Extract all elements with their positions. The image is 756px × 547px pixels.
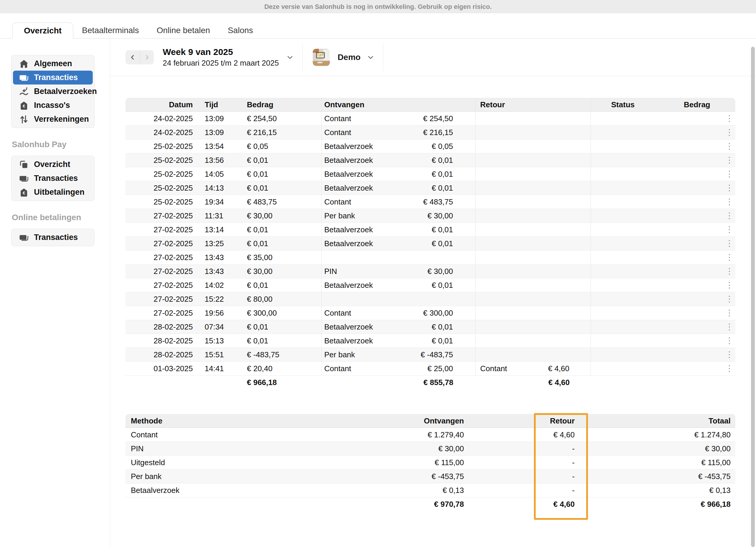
cell-datum: 27-02-2025 (126, 292, 193, 306)
cell-bedrag2 (635, 348, 710, 362)
sidebar-item-verrekeningen[interactable]: Verrekeningen (13, 112, 93, 126)
cell-methode: Contant (126, 428, 332, 442)
row-menu-button[interactable]: ⋮ (725, 323, 734, 331)
week-subtitle: 24 februari 2025 t/m 2 maart 2025 (163, 58, 279, 68)
cell-tijd: 13:14 (193, 223, 227, 236)
row-menu-button[interactable]: ⋮ (725, 114, 734, 123)
cell-status (591, 126, 635, 139)
method-row: Betaalverzoek€ 0,13-€ 0,13 (126, 484, 735, 497)
row-menu-button[interactable]: ⋮ (725, 364, 734, 373)
cell-retour (475, 195, 591, 209)
sidebar-heading-online-betalingen: Online betalingen (12, 213, 110, 222)
transaction-row: 27-02-202513:25€ 0,01Betaalverzoek€ 0,01… (126, 237, 735, 250)
cell-bedrag: € 0,01 (227, 181, 322, 195)
row-menu-button[interactable]: ⋮ (725, 309, 734, 317)
cell-ontvangen: € 1.279,40 (332, 428, 464, 442)
week-prev-button[interactable] (126, 50, 140, 64)
cell-retour (475, 112, 591, 125)
cell-status (591, 264, 635, 278)
cell-ontvangen: Betaalverzoek€ 0,01 (322, 320, 475, 334)
svg-text:€: € (23, 104, 25, 108)
row-menu-button[interactable]: ⋮ (725, 239, 734, 247)
transaction-row: 24-02-202513:09€ 254,50Contant€ 254,50⋮ (126, 112, 735, 126)
row-menu-button[interactable]: ⋮ (725, 337, 734, 345)
sidebar-item-algemeen[interactable]: Algemeen (13, 57, 93, 71)
week-title: Week 9 van 2025 (163, 47, 279, 57)
cell-bedrag2 (635, 223, 710, 236)
cell-tijd: 15:13 (193, 334, 227, 348)
tab-online-betalen[interactable]: Online betalen (148, 23, 219, 38)
sidebar-item-pay-overzicht[interactable]: Overzicht (13, 157, 93, 171)
row-menu-button[interactable]: ⋮ (725, 184, 734, 192)
week-next-button[interactable] (140, 50, 154, 64)
cell-bedrag2 (635, 292, 710, 306)
transaction-row: 25-02-202514:05€ 0,01Betaalverzoek€ 0,01… (126, 167, 735, 181)
row-menu-button[interactable]: ⋮ (725, 281, 734, 289)
cell-retour (475, 334, 591, 348)
cell-datum: 27-02-2025 (126, 279, 193, 292)
cell-status (591, 167, 635, 181)
method-row: Contant€ 1.279,40€ 4,60€ 1.274,80 (126, 428, 735, 442)
row-menu-button[interactable]: ⋮ (725, 156, 734, 164)
row-menu-button[interactable]: ⋮ (725, 198, 734, 206)
sidebar-item-pay-transacties[interactable]: Transacties (13, 171, 93, 185)
row-menu-button[interactable]: ⋮ (725, 128, 734, 136)
tab-overzicht[interactable]: Overzicht (12, 22, 73, 38)
cell-tijd: 13:09 (193, 126, 227, 139)
row-menu-button[interactable]: ⋮ (725, 351, 734, 359)
cell-datum: 24-02-2025 (126, 112, 193, 125)
row-menu-button[interactable]: ⋮ (725, 142, 734, 150)
method-row: Per bank€ -453,75-€ -453,75 (126, 470, 735, 484)
chevron-left-icon (129, 54, 136, 61)
transaction-row: 28-02-202515:51€ -483,75Per bank€ -483,7… (126, 348, 735, 362)
cell-bedrag2 (635, 153, 710, 167)
sidebar-group-salonhub-pay: Overzicht Transacties € Uitbetalingen (11, 156, 95, 201)
row-menu-button[interactable]: ⋮ (725, 225, 734, 234)
account-name: Demo (338, 53, 361, 62)
sidebar-item-betaalverzoeken[interactable]: Betaalverzoeken (13, 84, 93, 98)
cell-bedrag: € 0,01 (227, 320, 322, 334)
cell-retour (475, 237, 591, 250)
transaction-row: 27-02-202515:22€ 80,00⋮ (126, 292, 735, 306)
sidebar-item-incassos[interactable]: € Incasso's (13, 98, 93, 112)
sidebar-item-transacties[interactable]: Transacties (13, 71, 93, 84)
week-nav-buttons (126, 50, 154, 64)
copy-icon (19, 159, 29, 170)
cell-status (591, 195, 635, 209)
cell-tijd: 13:56 (193, 153, 227, 167)
cell-retour (475, 209, 591, 222)
row-menu-button[interactable]: ⋮ (725, 211, 734, 220)
tab-betaalterminals[interactable]: Betaalterminals (73, 23, 148, 38)
cell-bedrag2 (635, 279, 710, 292)
cell-datum: 27-02-2025 (126, 209, 193, 222)
cell-tijd: 15:22 (193, 292, 227, 306)
cell-datum: 25-02-2025 (126, 139, 193, 153)
transactions-table-totals: € 966,18 € 855,78 € 4,60 (126, 376, 735, 389)
row-menu-button[interactable]: ⋮ (725, 295, 734, 303)
row-menu-button[interactable]: ⋮ (725, 170, 734, 178)
row-menu-button[interactable]: ⋮ (725, 253, 734, 261)
cell-bedrag: € 300,00 (227, 306, 322, 320)
cell-tijd: 14:41 (193, 362, 227, 375)
sidebar-item-uitbetalingen[interactable]: € Uitbetalingen (13, 185, 93, 199)
cell-status (591, 348, 635, 362)
vertical-scrollbar[interactable] (751, 47, 755, 547)
sidebar-item-online-transacties[interactable]: Transacties (13, 230, 93, 244)
cell-tijd: 13:25 (193, 237, 227, 250)
sidebar-heading-salonhub-pay: Salonhub Pay (12, 140, 110, 149)
cell-ontvangen: € 0,13 (332, 484, 464, 497)
week-selector[interactable]: Week 9 van 2025 24 februari 2025 t/m 2 m… (163, 47, 279, 68)
row-menu-button[interactable]: ⋮ (725, 267, 734, 276)
cell-retour (475, 250, 591, 264)
credit-card-icon (19, 232, 29, 242)
sidebar-group-main: Algemeen Transacties Betaalverzoeken € I… (11, 55, 95, 128)
tab-salons[interactable]: Salons (219, 23, 262, 38)
dev-banner-text: Deze versie van Salonhub is nog in ontwi… (264, 3, 492, 11)
main-area: Week 9 van 2025 24 februari 2025 t/m 2 m… (110, 38, 756, 547)
cell-ontvangen: Contant€ 254,50 (322, 112, 475, 125)
account-switcher[interactable]: Demo (303, 49, 374, 66)
cell-bedrag: € 0,01 (227, 153, 322, 167)
cell-datum: 01-03-2025 (126, 362, 193, 375)
chevron-down-icon (367, 54, 374, 61)
euro-tag-icon: € (19, 100, 29, 110)
